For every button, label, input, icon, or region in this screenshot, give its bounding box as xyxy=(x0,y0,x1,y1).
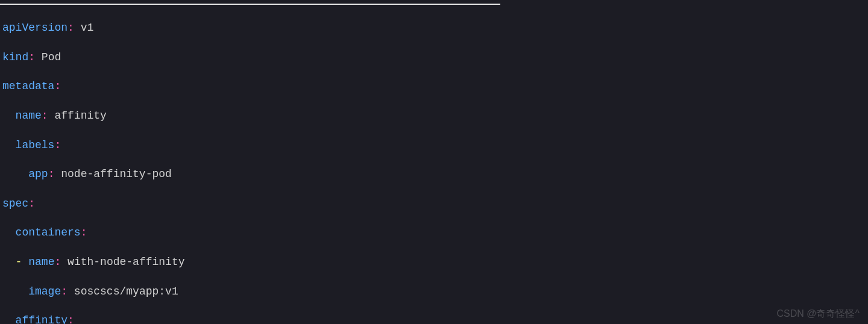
code-line: spec: xyxy=(2,196,868,211)
code-line: affinity: xyxy=(2,313,868,324)
code-line: image: soscscs/myapp:v1 xyxy=(2,284,868,299)
code-line: metadata: xyxy=(2,79,868,93)
code-line: kind: Pod xyxy=(2,50,868,64)
code-line: name: affinity xyxy=(2,108,868,123)
code-line: labels: xyxy=(2,138,868,152)
code-line: - name: with-node-affinity xyxy=(2,255,868,269)
watermark-text: CSDN @奇奇怪怪^ xyxy=(776,307,860,320)
yaml-code-editor[interactable]: apiVersion: v1 kind: Pod metadata: name:… xyxy=(0,6,868,324)
code-line: containers: xyxy=(2,225,868,240)
editor-top-bar xyxy=(0,4,500,5)
code-line: app: node-affinity-pod xyxy=(2,167,868,181)
code-line: apiVersion: v1 xyxy=(2,20,868,35)
